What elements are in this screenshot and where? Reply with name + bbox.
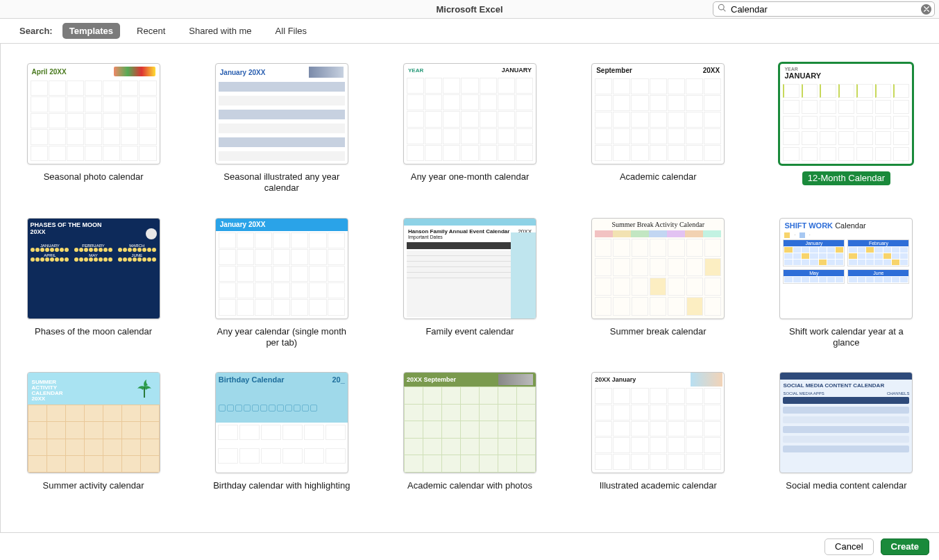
palm-tree-icon [136, 377, 153, 398]
template-12-month[interactable]: YEAR JANUARY 12-Month Calendar [769, 63, 924, 194]
icon-row [219, 405, 345, 411]
seasonal-banner-icon [114, 67, 155, 76]
tab-recent[interactable]: Recent [130, 23, 172, 39]
search-input[interactable] [727, 4, 921, 15]
template-academic[interactable]: September 20XX Academic calendar [581, 63, 736, 194]
template-label: Family event calendar [425, 326, 514, 337]
thumb-subhead: 20_ [332, 375, 344, 384]
cancel-button[interactable]: Cancel [824, 538, 873, 555]
thumb-head: April 20XX [32, 68, 67, 76]
photo-strip-icon [498, 374, 533, 385]
template-label: Summer activity calendar [43, 480, 144, 491]
thumb-subhead: JANUARY [502, 67, 532, 74]
template-gallery: April 20XX Seasonal photo calendar Janua… [0, 44, 939, 532]
template-thumbnail: YEAR JANUARY [403, 63, 536, 164]
side-panel-icon [511, 232, 536, 319]
thumb-head: YEAR [408, 67, 423, 74]
template-thumbnail: 20XX September [403, 372, 536, 473]
search-scope-bar: Search: Templates Recent Shared with me … [0, 19, 939, 44]
template-summer-break[interactable]: Summer Break Activity Calendar Summer br… [581, 218, 736, 349]
template-thumbnail: Hanson Family Annual Event Calendar Impo… [403, 218, 536, 319]
template-label: Seasonal illustrated any year calendar [212, 171, 351, 194]
template-label: Phases of the moon calendar [35, 326, 152, 337]
template-label: Shift work calendar year at a glance [777, 326, 915, 349]
template-seasonal-photo[interactable]: April 20XX Seasonal photo calendar [16, 63, 171, 194]
thumb-head: PHASES OF THE MOON [31, 221, 102, 228]
template-thumbnail: YEAR JANUARY [779, 63, 913, 164]
template-family-event[interactable]: Hanson Family Annual Event Calendar Impo… [392, 218, 547, 349]
thumb-subhead: 20XX [703, 67, 720, 74]
template-thumbnail: SOCIAL MEDIA CONTENT CALENDAR SOCIAL MED… [779, 372, 913, 473]
thumb-head: SOCIAL MEDIA CONTENT CALENDAR [780, 380, 912, 391]
thumb-head: 20XX September [407, 376, 456, 383]
template-thumbnail: PHASES OF THE MOON20XX JANUARY FEBRUARY … [27, 218, 160, 319]
template-label: Illustrated academic calendar [600, 480, 717, 491]
template-illustrated-academic[interactable]: 20XX January Illustrated academic calend… [581, 372, 736, 491]
thumb-subhead: 20XX [31, 228, 46, 235]
template-label: Academic calendar [620, 171, 697, 183]
window-title: Microsoft Excel [436, 4, 502, 15]
template-any-year-single-tab[interactable]: January 20XX Any year calendar (single m… [204, 218, 359, 349]
template-label: 12-Month Calendar [802, 171, 890, 185]
thumb-head: January 20XX [220, 69, 266, 76]
tab-shared[interactable]: Shared with me [182, 23, 258, 39]
template-seasonal-illustrated[interactable]: January 20XX Seasonal illustrated any ye… [204, 63, 359, 194]
template-thumbnail: January 20XX [215, 63, 348, 164]
template-social-media[interactable]: SOCIAL MEDIA CONTENT CALENDAR SOCIAL MED… [769, 372, 924, 491]
template-label: Academic calendar with photos [407, 480, 532, 491]
search-icon [718, 3, 727, 15]
template-summer-activity[interactable]: SUMMERACTIVITYCALENDAR20XX Summer activi… [16, 372, 171, 491]
search-scope-label: Search: [19, 26, 53, 36]
template-phases-moon[interactable]: PHASES OF THE MOON20XX JANUARY FEBRUARY … [16, 218, 171, 349]
template-label: Any year one-month calendar [411, 171, 530, 183]
thumb-head: Summer Break Activity Calendar [592, 219, 724, 230]
thumb-head: January 20XX [220, 221, 266, 228]
template-shift-work[interactable]: SHIFT WORK Calendar · · January February… [769, 218, 924, 349]
template-any-year-one-month[interactable]: YEAR JANUARY Any year one-month calendar [392, 63, 547, 194]
template-label: Social media content calendar [786, 480, 906, 491]
template-thumbnail: September 20XX [591, 63, 725, 164]
thumb-subhead: JANUARY [784, 71, 821, 80]
thumb-head: Birthday Calendar [219, 375, 285, 384]
template-thumbnail: SUMMERACTIVITYCALENDAR20XX [27, 372, 160, 473]
thumb-head: 20XX January [595, 376, 636, 383]
template-thumbnail: 20XX January [591, 372, 725, 473]
footer-bar: Cancel Create [0, 532, 939, 560]
template-birthday[interactable]: Birthday Calendar 20_ Birthday calendar … [204, 372, 359, 491]
clear-search-icon[interactable] [921, 4, 931, 15]
tab-templates[interactable]: Templates [62, 23, 120, 39]
tab-all-files[interactable]: All Files [269, 23, 314, 39]
template-thumbnail: Birthday Calendar 20_ [215, 372, 348, 473]
photo-strip-icon [691, 373, 722, 387]
template-academic-photos[interactable]: 20XX September Academic calendar with ph… [392, 372, 547, 491]
template-label: Birthday calendar with highlighting [213, 480, 350, 491]
search-box[interactable] [713, 1, 935, 17]
template-label: Seasonal photo calendar [44, 171, 144, 183]
template-thumbnail: SHIFT WORK Calendar · · January February… [779, 218, 913, 319]
thumb-head: SHIFT WORK [784, 221, 833, 230]
thumb-head: YEAR [784, 67, 797, 71]
template-thumbnail: Summer Break Activity Calendar [591, 218, 725, 319]
template-thumbnail: January 20XX [215, 218, 348, 319]
create-button[interactable]: Create [881, 538, 929, 555]
template-label: Summer break calendar [610, 326, 707, 337]
titlebar: Microsoft Excel [0, 0, 939, 19]
template-thumbnail: April 20XX [27, 63, 160, 164]
moon-icon [146, 228, 157, 239]
winter-scene-icon [309, 67, 344, 78]
thumb-head: September [596, 67, 632, 74]
template-label: Any year calendar (single month per tab) [212, 326, 351, 349]
